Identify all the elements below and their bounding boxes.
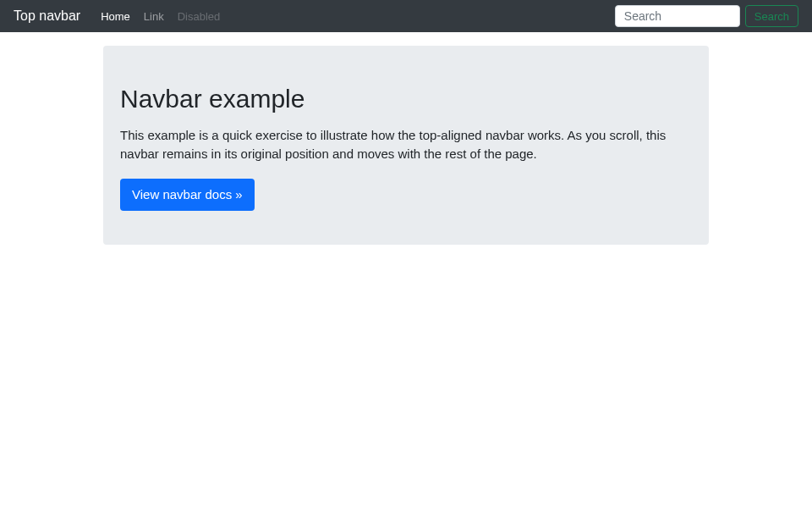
navbar-brand[interactable]: Top navbar — [14, 6, 80, 26]
view-docs-button[interactable]: View navbar docs » — [120, 179, 255, 212]
main-container: Navbar example This example is a quick e… — [93, 46, 719, 245]
top-navbar: Top navbar Home Link Disabled Search — [0, 0, 812, 32]
search-form: Search — [615, 5, 798, 27]
nav-link-link[interactable]: Link — [137, 7, 171, 26]
search-button[interactable]: Search — [745, 5, 798, 27]
jumbotron: Navbar example This example is a quick e… — [103, 46, 709, 245]
search-input[interactable] — [615, 5, 740, 27]
nav-link-disabled: Disabled — [171, 7, 228, 26]
page-description: This example is a quick exercise to illu… — [120, 126, 692, 163]
navbar-nav: Home Link Disabled — [94, 6, 615, 26]
nav-link-home[interactable]: Home — [94, 7, 137, 26]
page-title: Navbar example — [120, 80, 692, 118]
